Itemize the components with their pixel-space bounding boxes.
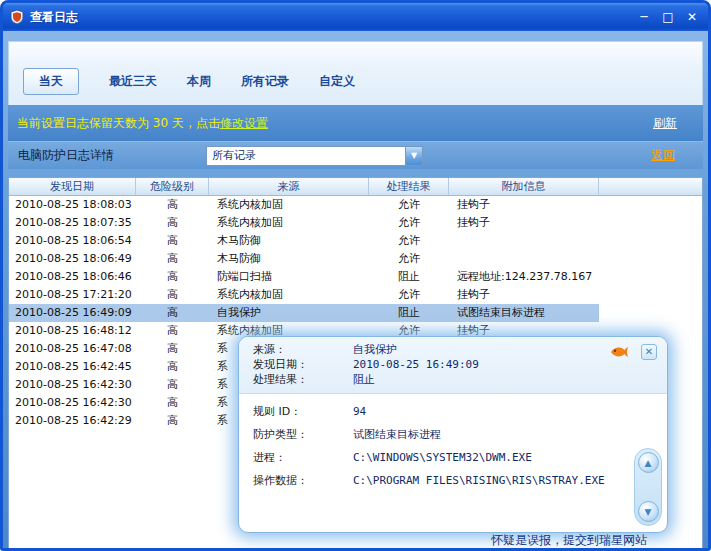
popup-field-label: 来源： — [253, 342, 353, 357]
maximize-button[interactable]: □ — [658, 8, 678, 26]
column-header[interactable]: 处理结果 — [369, 178, 449, 195]
record-filter-dropdown[interactable]: 所有记录 ▼ — [206, 146, 423, 166]
tab[interactable]: 本周 — [187, 73, 211, 90]
table-row[interactable]: 2010-08-25 16:49:09高自我保护阻止试图结束目标进程 — [9, 304, 599, 322]
table-cell: 系统内核加固 — [209, 214, 369, 232]
column-header[interactable]: 附加信息 — [449, 178, 599, 195]
table-cell: 试图结束目标进程 — [449, 304, 599, 322]
table-cell: 允许 — [369, 196, 449, 214]
popup-field-value: 2010-08-25 16:49:09 — [353, 357, 479, 372]
table-cell: 高 — [136, 412, 209, 430]
tab[interactable]: 最近三天 — [109, 73, 157, 90]
popup-detail-section: 规则 ID：94防护类型：试图结束目标进程进程：C:\WINDOWS\SYSTE… — [239, 394, 667, 488]
popup-summary-section: 来源：自我保护发现日期：2010-08-25 16:49:09处理结果：阻止 — [239, 337, 667, 394]
table-cell: 2010-08-25 18:06:54 — [9, 232, 136, 250]
table-row[interactable]: 2010-08-25 18:07:35高系统内核加固允许挂钩子 — [9, 214, 599, 232]
tab[interactable]: 自定义 — [319, 73, 355, 90]
table-cell: 高 — [136, 232, 209, 250]
table-cell: 高 — [136, 376, 209, 394]
table-cell: 允许 — [369, 232, 449, 250]
table-cell: 2010-08-25 18:08:03 — [9, 196, 136, 214]
scroll-up-button[interactable]: ▲ — [638, 452, 659, 473]
table-cell: 2010-08-25 16:42:45 — [9, 358, 136, 376]
popup-field: 处理结果：阻止 — [239, 372, 667, 387]
table-row[interactable]: 2010-08-25 18:06:49高木马防御允许 — [9, 250, 599, 268]
back-link[interactable]: 返回 — [651, 147, 675, 164]
table-cell: 高 — [136, 196, 209, 214]
popup-field: 进程：C:\WINDOWS\SYSTEM32\DWM.EXE — [239, 450, 667, 465]
dropdown-arrow-icon[interactable]: ▼ — [405, 147, 422, 165]
table-cell: 高 — [136, 268, 209, 286]
popup-scrollbar[interactable]: ▲ ▼ — [634, 448, 662, 526]
window-title: 查看日志 — [30, 9, 634, 26]
table-cell: 高 — [136, 214, 209, 232]
table-cell: 挂钩子 — [449, 214, 599, 232]
popup-field: 发现日期：2010-08-25 16:49:09 — [239, 357, 667, 372]
popup-field: 来源：自我保护 — [239, 342, 667, 357]
log-viewer-window: 查看日志 ─ □ ✕ 当天最近三天本周所有记录自定义 当前设置日志保留天数为 3… — [0, 0, 711, 551]
popup-field-value: 试图结束目标进程 — [353, 427, 441, 442]
table-cell: 挂钩子 — [449, 286, 599, 304]
table-row[interactable]: 2010-08-25 18:06:46高防端口扫描阻止远程地址:124.237.… — [9, 268, 599, 286]
date-range-panel: 当天最近三天本周所有记录自定义 — [8, 41, 703, 105]
tab-active[interactable]: 当天 — [23, 68, 79, 95]
log-detail-label: 电脑防护日志详情 — [18, 147, 114, 164]
table-cell: 允许 — [369, 286, 449, 304]
tab-bar: 当天最近三天本周所有记录自定义 — [9, 42, 702, 95]
table-header: 发现日期危险级别来源处理结果附加信息 — [9, 178, 702, 196]
scroll-down-button[interactable]: ▼ — [638, 501, 659, 522]
table-cell: 阻止 — [369, 304, 449, 322]
report-false-positive-link[interactable]: 怀疑是误报，提交到瑞星网站 — [491, 532, 647, 549]
table-row[interactable]: 2010-08-25 18:06:54高木马防御允许 — [9, 232, 599, 250]
close-button[interactable]: ✕ — [682, 8, 702, 26]
table-cell: 远程地址:124.237.78.167 — [449, 268, 599, 286]
table-cell: 2010-08-25 16:42:30 — [9, 394, 136, 412]
table-cell: 防端口扫描 — [209, 268, 369, 286]
column-header[interactable]: 来源 — [209, 178, 369, 195]
app-icon — [9, 9, 25, 25]
popup-field-label: 规则 ID： — [253, 404, 353, 419]
notice-bar: 当前设置日志保留天数为 30 天，点击 修改设置 刷新 — [8, 105, 703, 141]
popup-field-label: 处理结果： — [253, 372, 353, 387]
column-header[interactable]: 发现日期 — [9, 178, 136, 195]
table-cell: 2010-08-25 18:06:46 — [9, 268, 136, 286]
table-row[interactable]: 2010-08-25 17:21:20高系统内核加固允许挂钩子 — [9, 286, 599, 304]
table-cell: 高 — [136, 304, 209, 322]
filter-bar: 电脑防护日志详情 所有记录 ▼ 返回 — [8, 141, 703, 169]
table-cell: 挂钩子 — [449, 196, 599, 214]
window-controls: ─ □ ✕ — [634, 8, 702, 26]
table-cell: 高 — [136, 250, 209, 268]
table-cell: 2010-08-25 18:06:49 — [9, 250, 136, 268]
table-cell: 2010-08-25 16:48:12 — [9, 322, 136, 340]
popup-field: 规则 ID：94 — [239, 404, 667, 419]
table-cell: 高 — [136, 286, 209, 304]
table-cell — [449, 250, 599, 268]
table-cell: 2010-08-25 16:42:29 — [9, 412, 136, 430]
table-cell: 高 — [136, 394, 209, 412]
column-header[interactable]: 危险级别 — [136, 178, 209, 195]
popup-close-button[interactable]: ✕ — [641, 344, 657, 360]
table-cell: 2010-08-25 16:49:09 — [9, 304, 136, 322]
minimize-button[interactable]: ─ — [634, 8, 654, 26]
popup-field: 操作数据：C:\PROGRAM FILES\RISING\RIS\RSTRAY.… — [239, 473, 667, 488]
table-cell: 自我保护 — [209, 304, 369, 322]
table-cell: 允许 — [369, 214, 449, 232]
table-cell: 2010-08-25 16:47:08 — [9, 340, 136, 358]
refresh-link[interactable]: 刷新 — [653, 115, 677, 132]
popup-field-value: 94 — [353, 404, 366, 419]
popup-field: 防护类型：试图结束目标进程 — [239, 427, 667, 442]
table-row[interactable]: 2010-08-25 18:08:03高系统内核加固允许挂钩子 — [9, 196, 599, 214]
table-cell — [449, 232, 599, 250]
popup-field-value: C:\WINDOWS\SYSTEM32\DWM.EXE — [353, 450, 532, 465]
table-cell: 系统内核加固 — [209, 286, 369, 304]
tab[interactable]: 所有记录 — [241, 73, 289, 90]
table-cell: 高 — [136, 322, 209, 340]
table-cell: 允许 — [369, 250, 449, 268]
titlebar: 查看日志 ─ □ ✕ — [3, 3, 708, 31]
table-cell: 高 — [136, 358, 209, 376]
table-cell: 2010-08-25 17:21:20 — [9, 286, 136, 304]
modify-settings-link[interactable]: 修改设置 — [220, 115, 268, 132]
retention-notice-text: 当前设置日志保留天数为 30 天，点击 — [17, 115, 220, 132]
table-cell: 高 — [136, 340, 209, 358]
table-cell: 2010-08-25 18:07:35 — [9, 214, 136, 232]
